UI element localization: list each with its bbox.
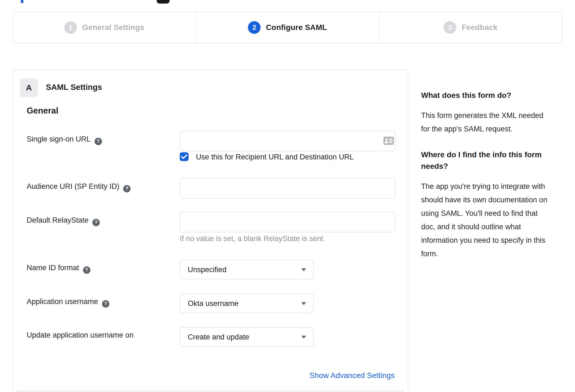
tab-configure-saml[interactable]: 2 Configure SAML	[196, 12, 379, 43]
show-advanced-settings-link[interactable]: Show Advanced Settings	[309, 371, 395, 380]
help-icon[interactable]: ?	[95, 138, 102, 145]
cutoff-logo-artifact	[157, 0, 170, 4]
help-icon[interactable]: ?	[92, 219, 100, 226]
nameid-format-value: Unspecified	[180, 266, 226, 274]
chevron-down-icon	[301, 336, 306, 339]
recipient-url-checkbox[interactable]	[180, 152, 189, 161]
cutoff-blue-artifact	[21, 0, 23, 3]
step-number-badge: 2	[248, 21, 261, 34]
section-dotted-divider	[16, 391, 405, 391]
step-label: Configure SAML	[266, 23, 327, 32]
audience-uri-input[interactable]	[180, 178, 395, 198]
app-username-label: Application username?	[27, 297, 109, 308]
step-label: General Settings	[82, 23, 144, 32]
app-username-select[interactable]: Okta username	[180, 294, 314, 313]
saml-settings-panel: A SAML Settings General Single sign-on U…	[13, 69, 408, 392]
app-username-value: Okta username	[180, 299, 239, 308]
chevron-down-icon	[301, 302, 306, 305]
panel-title: SAML Settings	[46, 83, 102, 92]
contact-card-icon[interactable]	[383, 137, 394, 145]
wizard-stepper: 1 General Settings 2 Configure SAML 3 Fe…	[13, 12, 562, 43]
step-number-badge: 1	[64, 21, 77, 34]
relaystate-label: Default RelayState?	[27, 216, 100, 226]
recipient-url-checkbox-label: Use this for Recipient URL and Destinati…	[196, 153, 354, 161]
general-section-heading: General	[27, 106, 58, 116]
section-a-badge: A	[20, 78, 38, 97]
help-icon[interactable]: ?	[123, 185, 131, 192]
step-number-badge: 3	[444, 21, 456, 34]
nameid-format-select[interactable]: Unspecified	[180, 260, 314, 279]
sidebar-paragraph-where: The app you're trying to integrate with …	[421, 180, 562, 261]
update-username-select[interactable]: Create and update	[180, 327, 314, 347]
step-label: Feedback	[461, 23, 497, 32]
sso-url-input[interactable]	[180, 131, 395, 151]
chevron-down-icon	[301, 268, 306, 271]
sidebar-paragraph-what: This form generates the XML needed for t…	[421, 109, 562, 136]
relaystate-input[interactable]	[180, 212, 395, 232]
tab-general-settings[interactable]: 1 General Settings	[13, 12, 196, 43]
update-username-value: Create and update	[180, 333, 249, 341]
sidebar-heading-what: What does this form do?	[421, 90, 562, 101]
help-icon[interactable]: ?	[102, 300, 109, 308]
nameid-format-label: Name ID format?	[27, 264, 90, 274]
update-username-label: Update application username on	[27, 331, 134, 339]
tab-feedback[interactable]: 3 Feedback	[379, 12, 562, 43]
help-sidebar: What does this form do? This form genera…	[421, 90, 562, 274]
help-icon[interactable]: ?	[83, 266, 90, 274]
relaystate-hint: If no value is set, a blank RelayState i…	[180, 234, 323, 243]
sidebar-heading-where: Where do I find the info this form needs…	[421, 149, 562, 172]
audience-uri-label: Audience URI (SP Entity ID)?	[27, 182, 131, 192]
sso-url-label: Single sign-on URL?	[27, 135, 102, 145]
